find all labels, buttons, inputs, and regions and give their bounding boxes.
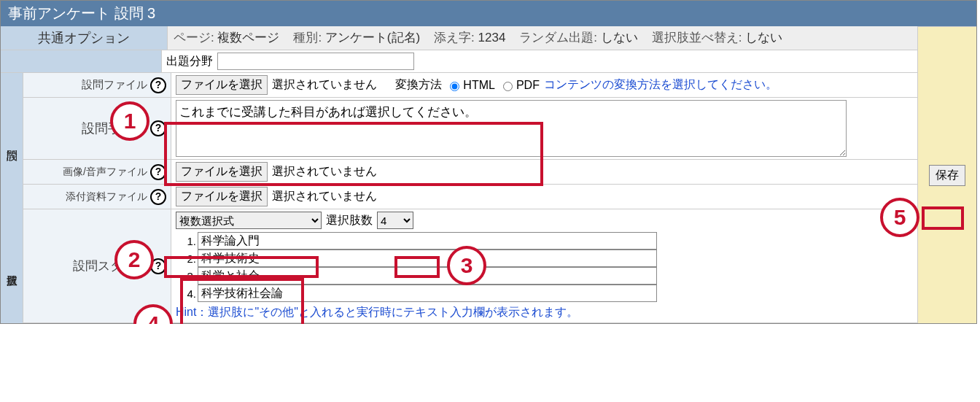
common-options-content: ページ: 複数ページ 種別: アンケート(記名) 添え字: 1234 ランダム出… (168, 26, 917, 50)
media-file-status: 選択されていません (272, 164, 377, 179)
save-area: 保存 (917, 26, 976, 323)
field-category-label: 出題分野 (166, 54, 213, 69)
question-file-label: 設問ファイル ? (23, 73, 171, 97)
question-textarea[interactable]: これまでに受講した科目があれば選択してください。 (176, 100, 847, 157)
choices-list: 1.2.3.4. (176, 231, 661, 304)
choice-count-label: 選択肢数 (326, 213, 373, 228)
common-options-label: 共通オプション (1, 26, 168, 50)
convert-pdf-radio[interactable]: PDF (499, 79, 540, 92)
choice-number: 1. (180, 235, 196, 247)
media-file-label: 画像/音声ファイル (63, 166, 147, 179)
help-icon[interactable]: ? (150, 164, 166, 180)
attach-file-status: 選択されていません (272, 189, 377, 204)
common-options-row: 共通オプション ページ: 複数ページ 種別: アンケート(記名) 添え字: 12… (1, 26, 917, 50)
help-icon[interactable]: ? (150, 258, 166, 274)
convert-html-radio[interactable]: HTML (446, 79, 495, 92)
choice-number: 3. (180, 270, 196, 282)
choices-section-tab: 選択肢 (1, 209, 23, 323)
choices-hint: Hint：選択肢に"その他"と入れると実行時にテキスト入力欄が表示されます。 (176, 305, 578, 320)
choice-row: 1. (180, 232, 657, 250)
page-title: 事前アンケート 設問 3 (8, 5, 155, 21)
choice-row: 2. (180, 250, 657, 267)
app-container: 事前アンケート 設問 3 共通オプション ページ: 複数ページ 種別: アンケー… (0, 0, 977, 324)
convert-method-label: 変換方法 (395, 77, 442, 93)
question-style-select[interactable]: 複数選択式 (176, 212, 322, 229)
choice-row: 3. (180, 267, 657, 285)
choice-input[interactable] (198, 232, 657, 250)
convert-help-link[interactable]: コンテンツの変換方法を選択してください。 (544, 77, 777, 93)
help-icon[interactable]: ? (150, 189, 166, 205)
choice-input[interactable] (198, 250, 657, 267)
choice-number: 2. (180, 252, 196, 265)
choice-number: 4. (180, 287, 196, 300)
choice-row: 4. (180, 285, 657, 302)
choice-count-select[interactable]: 4 (377, 212, 413, 229)
help-icon[interactable]: ? (150, 77, 166, 93)
field-category-input[interactable] (217, 53, 414, 70)
help-icon[interactable]: ? (150, 120, 166, 136)
question-file-status: 選択されていません (272, 77, 377, 93)
field-category-row: 出題分野 (1, 50, 917, 73)
attach-file-label: 添付資料ファイル (66, 190, 147, 204)
save-button[interactable]: 保存 (929, 165, 965, 186)
media-file-button[interactable]: ファイルを選択 (176, 162, 268, 182)
choice-input[interactable] (198, 267, 657, 285)
question-style-label: 設問スタイル (73, 258, 147, 274)
question-section-tab: 設問 (1, 73, 23, 209)
question-file-button[interactable]: ファイルを選択 (176, 75, 268, 95)
attach-file-button[interactable]: ファイルを選択 (176, 187, 268, 206)
title-bar: 事前アンケート 設問 3 (1, 1, 976, 26)
question-manual-label: 設問手入力 (82, 120, 147, 137)
choice-input[interactable] (198, 285, 657, 302)
